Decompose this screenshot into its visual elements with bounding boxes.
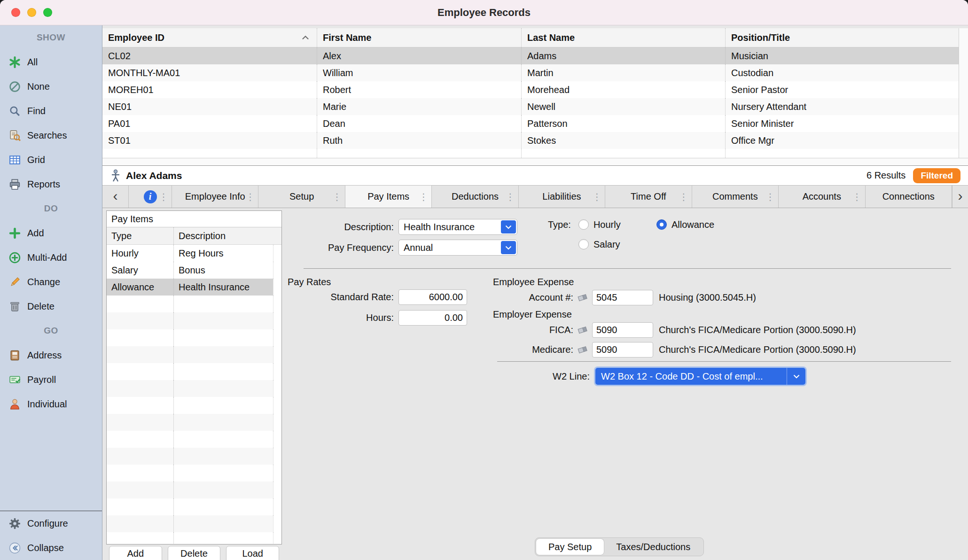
sidebar-item-multi-add[interactable]: Multi-Add — [0, 245, 102, 270]
horizontal-scrollbar[interactable] — [102, 158, 968, 165]
tab-deductions[interactable]: Deductions⋮ — [432, 186, 518, 208]
zoom-button[interactable] — [43, 8, 52, 17]
pay-item-delete-button[interactable]: Delete — [168, 546, 221, 560]
empty-cell — [725, 149, 959, 158]
employee-expense-heading: Employee Expense — [493, 277, 574, 288]
pay-item-empty-row — [107, 515, 281, 532]
standard-rate-input[interactable]: 6000.00 — [398, 289, 467, 305]
column-header-position-title[interactable]: Position/Title — [725, 28, 959, 47]
list-scroll-track — [273, 329, 281, 346]
employee-table: Employee ID First Name Last Name Positio… — [102, 28, 968, 166]
column-header-last-name[interactable]: Last Name — [521, 28, 725, 47]
sidebar-item-grid[interactable]: Grid — [0, 148, 102, 172]
pay-item-add-button[interactable]: Add — [109, 546, 162, 560]
sidebar-item-searches[interactable]: Searches — [0, 123, 102, 148]
sidebar-item-individual[interactable]: Individual — [0, 392, 102, 416]
column-header-employee-id[interactable]: Employee ID — [102, 28, 317, 47]
pay-item-row[interactable]: HourlyReg Hours — [107, 245, 281, 262]
minimize-button[interactable] — [27, 8, 36, 17]
employee-row[interactable]: PA01DeanPattersonSenior Minister — [102, 115, 959, 132]
w2-line-dropdown[interactable]: W2 Box 12 - Code DD - Cost of empl... — [595, 368, 805, 385]
filtered-badge[interactable]: Filtered — [913, 168, 960, 183]
tab-grip-icon: ⋮ — [245, 191, 255, 202]
pay-item-cell — [107, 431, 173, 448]
pay-frequency-dropdown[interactable]: Annual — [398, 240, 517, 256]
employee-row[interactable]: MOREH01RobertMoreheadSenior Pastor — [102, 81, 959, 98]
clear-field-icon[interactable] — [577, 325, 589, 334]
tab-time-off[interactable]: Time Off⋮ — [605, 186, 692, 208]
type-option-salary[interactable]: Salary — [578, 239, 649, 250]
tab-comments[interactable]: Comments⋮ — [692, 186, 779, 208]
sidebar-item-reports[interactable]: Reports — [0, 172, 102, 196]
sidebar-item-find[interactable]: Find — [0, 99, 102, 123]
sidebar-item-configure[interactable]: Configure — [0, 511, 102, 536]
tab-label: Time Off — [631, 191, 666, 202]
pay-item-cell — [107, 380, 173, 397]
w2-line-value: W2 Box 12 - Code DD - Cost of empl... — [595, 368, 787, 385]
fica-label: FICA: — [493, 325, 573, 335]
sidebar-item-label: Collapse — [27, 543, 64, 553]
account-number-input[interactable]: 5045 — [592, 290, 653, 305]
sidebar-item-change[interactable]: Change — [0, 270, 102, 294]
column-header-description[interactable]: Description — [173, 227, 273, 244]
vertical-scrollbar[interactable] — [959, 28, 968, 158]
clear-field-icon[interactable] — [577, 293, 589, 302]
tab-taxes-deductions[interactable]: Taxes/Deductions — [604, 539, 703, 555]
column-label: Position/Title — [731, 32, 790, 43]
pay-item-cell — [173, 346, 273, 363]
empty-cell — [102, 149, 317, 158]
sidebar-item-label: Reports — [27, 179, 60, 190]
sidebar-item-label: Address — [27, 350, 62, 361]
hours-label: Hours: — [282, 312, 394, 323]
description-dropdown[interactable]: Health Insurance — [398, 219, 517, 235]
pay-item-row[interactable]: AllowanceHealth Insurance — [107, 279, 281, 296]
tab-accounts[interactable]: Accounts⋮ — [779, 186, 865, 208]
column-header-first-name[interactable]: First Name — [317, 28, 521, 47]
tab-connections[interactable]: Connections — [866, 186, 952, 208]
employee-cell: Robert — [317, 81, 521, 98]
employee-row[interactable]: ST01RuthStokesOffice Mgr — [102, 132, 959, 149]
sidebar-item-add[interactable]: Add — [0, 221, 102, 245]
pay-item-cell — [173, 515, 273, 532]
tab-liabilities[interactable]: Liabilities⋮ — [519, 186, 605, 208]
type-option-allowance[interactable]: Allowance — [656, 219, 714, 230]
tabs-scroll-right-button[interactable]: › — [952, 186, 968, 208]
column-header-type[interactable]: Type — [107, 227, 173, 244]
pay-item-cell — [173, 363, 273, 380]
sidebar-item-payroll[interactable]: Payroll — [0, 367, 102, 392]
employee-row[interactable]: NE01MarieNewellNursery Attendant — [102, 98, 959, 115]
fica-account-input[interactable]: 5090 — [592, 322, 653, 338]
sidebar-item-address[interactable]: Address — [0, 343, 102, 367]
tab-record-info[interactable]: i ⋮ — [129, 186, 172, 208]
tab-setup[interactable]: Setup⋮ — [258, 186, 345, 208]
pay-frequency-value: Annual — [399, 240, 500, 255]
employee-cell: Newell — [521, 98, 725, 115]
multi-add-icon — [8, 251, 21, 264]
employee-row[interactable]: MONTHLY-MA01WilliamMartinCustodian — [102, 64, 959, 81]
content-area: Employee ID First Name Last Name Positio… — [102, 25, 968, 560]
clear-field-icon[interactable] — [577, 345, 589, 354]
sidebar-item-none[interactable]: None — [0, 74, 102, 99]
close-button[interactable] — [11, 8, 20, 17]
pay-item-cell: Health Insurance — [173, 279, 273, 296]
employee-row[interactable]: CL02AlexAdamsMusician — [102, 47, 959, 64]
list-scroll-track — [273, 448, 281, 465]
pay-item-row[interactable]: SalaryBonus — [107, 262, 281, 279]
sidebar-item-delete[interactable]: Delete — [0, 294, 102, 319]
hours-input[interactable]: 0.00 — [398, 310, 467, 326]
sidebar-item-label: Add — [27, 228, 44, 239]
employee-cell: Senior Pastor — [725, 81, 959, 98]
pay-item-load-button[interactable]: Load — [226, 546, 279, 560]
tabs-scroll-left-button[interactable]: ‹ — [102, 186, 129, 208]
tab-pay-items[interactable]: Pay Items⋮ — [345, 186, 432, 208]
record-header-bar: Alex Adams 6 Results Filtered — [102, 166, 968, 186]
sidebar-item-collapse[interactable]: Collapse — [0, 536, 102, 560]
window-controls — [0, 8, 52, 17]
pay-item-cell — [107, 482, 173, 498]
pay-item-cell: Bonus — [173, 262, 273, 279]
sidebar-item-all[interactable]: All — [0, 50, 102, 74]
type-option-hourly[interactable]: Hourly — [578, 219, 649, 230]
tab-pay-setup[interactable]: Pay Setup — [536, 539, 604, 555]
medicare-account-input[interactable]: 5090 — [592, 342, 653, 358]
tab-employee-info[interactable]: Employee Info⋮ — [172, 186, 258, 208]
